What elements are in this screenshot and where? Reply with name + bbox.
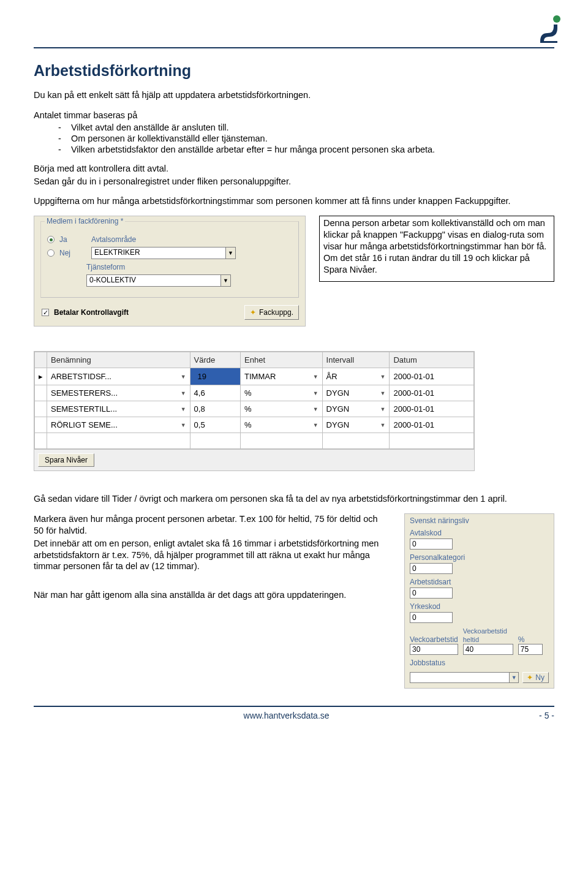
cell-intervall: DYGN [326, 420, 350, 429]
radio-ja-label: Ja [59, 235, 86, 244]
cell-intervall: DYGN [326, 388, 350, 398]
intro-p4: Sedan går du in i personalregistret unde… [34, 176, 554, 187]
intro-p1: Du kan på ett enkelt sätt få hjälp att u… [34, 89, 554, 101]
cell-varde[interactable]: 0,5 [190, 417, 241, 433]
ny-button[interactable]: ✦ Ny [522, 672, 549, 683]
chevron-down-icon[interactable]: ▼ [226, 247, 236, 259]
radio-nej[interactable] [47, 249, 55, 257]
kontrollavgift-checkbox[interactable]: ✓ [42, 309, 49, 316]
col-enhet[interactable]: Enhet [241, 352, 323, 368]
union-panel: Medlem i fackförening * Ja Avtalsområde … [34, 216, 306, 327]
veckoheltid-input[interactable]: 40 [463, 644, 513, 655]
chevron-down-icon[interactable]: ▼ [380, 374, 386, 380]
jobbstatus-value [410, 672, 509, 683]
chevron-down-icon[interactable]: ▼ [509, 672, 519, 683]
tjansteform-select[interactable]: 0-KOLLEKTIV ▼ [86, 274, 231, 287]
chevron-down-icon[interactable]: ▼ [313, 406, 318, 412]
cell-varde[interactable]: 19 [194, 370, 237, 383]
cell-datum[interactable]: 2000-01-01 [390, 401, 474, 417]
bullet-2: - Om personen är kollektivanställd eller… [58, 134, 554, 143]
cell-enhet: % [244, 388, 252, 398]
chevron-down-icon[interactable]: ▼ [181, 390, 186, 396]
union-groupbox: Medlem i fackförening * Ja Avtalsområde … [40, 221, 299, 298]
veckoarbetstid-label: Veckoarbetstid [410, 635, 458, 644]
kontrollavgift-label: Betalar Kontrollavgift [54, 308, 129, 317]
col-benamning[interactable]: Benämning [47, 352, 190, 368]
pct-label: % [518, 635, 525, 644]
after-p4: När man har gått igenom alla sina anstäl… [34, 589, 388, 601]
cell-benamning: ARBETSTIDSF... [51, 372, 111, 381]
arbetstidsart-input[interactable]: 0 [410, 587, 453, 599]
pct-input[interactable]: 75 [518, 644, 543, 655]
footer-url[interactable]: www.hantverksdata.se [244, 711, 330, 720]
cell-intervall: ÅR [326, 372, 337, 381]
col-datum[interactable]: Datum [390, 352, 474, 368]
footer-page: - 5 - [539, 711, 554, 720]
chevron-down-icon[interactable]: ▼ [181, 374, 186, 380]
jobbstatus-select[interactable]: ▼ [410, 672, 519, 683]
callout-l1: Denna person arbetar som kollektivanstäl… [323, 218, 546, 251]
cell-enhet: % [244, 420, 252, 429]
chevron-down-icon[interactable]: ▼ [380, 406, 386, 412]
avtalsomrade-select[interactable]: ELEKTRIKER ▼ [91, 247, 236, 259]
row-indicator: ▸ [35, 368, 47, 385]
col-intervall[interactable]: Intervall [322, 352, 390, 368]
cell-datum[interactable]: 2000-01-01 [390, 368, 474, 385]
personalkategori-input[interactable]: 0 [410, 563, 453, 574]
page-title: Arbetstidsförkortning [34, 62, 554, 80]
chevron-down-icon[interactable]: ▼ [181, 406, 186, 412]
table-row[interactable]: ▸ ARBETSTIDSF...▼ 19 TIMMAR▼ ÅR▼ 2000-01… [35, 368, 474, 385]
svg-point-0 [553, 15, 560, 23]
radio-ja[interactable] [47, 236, 55, 243]
chevron-down-icon[interactable]: ▼ [313, 390, 318, 396]
arbetstidsart-label: Arbetstidsart [410, 578, 549, 586]
bullet-1: - Vilket avtal den anställde är ansluten… [58, 123, 554, 132]
after-p3: Det innebär att om en person, enligt avt… [34, 538, 388, 573]
chevron-down-icon[interactable]: ▼ [313, 374, 318, 380]
cell-intervall: DYGN [326, 404, 350, 414]
callout-l2: Om det står 16 i rutan ändrar du till 19… [323, 253, 530, 274]
col-varde[interactable]: Värde [190, 352, 241, 368]
ny-label: Ny [535, 673, 545, 682]
veckoarbetstid-input[interactable]: 30 [410, 644, 458, 655]
after-p1: Gå sedan vidare till Tider / övrigt och … [34, 493, 554, 505]
rule-top [34, 47, 554, 48]
chevron-down-icon[interactable]: ▼ [181, 422, 186, 428]
yrkeskod-label: Yrkeskod [410, 602, 549, 611]
rule-bottom [34, 706, 554, 707]
chevron-down-icon[interactable]: ▼ [380, 422, 386, 428]
sv-legend: Svenskt näringsliv [410, 516, 549, 525]
cell-enhet: TIMMAR [244, 372, 276, 381]
yrkeskod-input[interactable]: 0 [410, 612, 453, 623]
veckoheltid-label: Veckoarbetstid heltid [463, 627, 507, 643]
cell-datum[interactable]: 2000-01-01 [390, 385, 474, 401]
fackuppg-button[interactable]: ✦ Fackuppg. [244, 305, 299, 320]
chevron-down-icon[interactable]: ▼ [313, 422, 318, 428]
callout-box: Denna person arbetar som kollektivanstäl… [319, 216, 554, 282]
table-row[interactable]: RÖRLIGT SEME...▼ 0,5 %▼ DYGN▼ 2000-01-01 [35, 417, 474, 433]
avtalskod-label: Avtalskod [410, 529, 549, 537]
intro-p5: Uppgifterna om hur många arbetstidsförko… [34, 195, 554, 207]
cell-benamning: SEMESTERERS... [51, 388, 118, 398]
svenskt-naringsliv-panel: Svenskt näringsliv Avtalskod 0 Personalk… [404, 513, 554, 689]
chevron-down-icon[interactable]: ▼ [380, 390, 386, 396]
cell-enhet: % [244, 404, 252, 414]
after-p2: Markera även hur många procent personen … [34, 513, 388, 537]
fackuppg-label: Fackuppg. [259, 308, 293, 317]
intro-bullets: - Vilket avtal den anställde är ansluten… [58, 123, 554, 154]
table-row[interactable]: SEMESTERERS...▼ 4,6 %▼ DYGN▼ 2000-01-01 [35, 385, 474, 401]
avtalskod-input[interactable]: 0 [410, 538, 453, 550]
intro-p3: Börja med att kontrollera ditt avtal. [34, 163, 554, 175]
spara-nivaer-button[interactable]: Spara Nivåer [38, 453, 94, 467]
nivaer-grid: Benämning Värde Enhet Intervall Datum ▸ … [34, 351, 475, 471]
cell-varde[interactable]: 4,6 [190, 385, 241, 401]
avtalsomrade-value: ELEKTRIKER [91, 247, 226, 259]
cell-datum[interactable]: 2000-01-01 [390, 417, 474, 433]
chevron-down-icon[interactable]: ▼ [221, 274, 231, 287]
star-icon: ✦ [527, 673, 533, 682]
table-row[interactable]: SEMESTERTILL...▼ 0,8 %▼ DYGN▼ 2000-01-01 [35, 401, 474, 417]
cell-varde[interactable]: 0,8 [190, 401, 241, 417]
union-legend: Medlem i fackförening * [45, 217, 125, 225]
cell-benamning: SEMESTERTILL... [51, 404, 117, 414]
tjansteform-value: 0-KOLLEKTIV [86, 274, 221, 287]
